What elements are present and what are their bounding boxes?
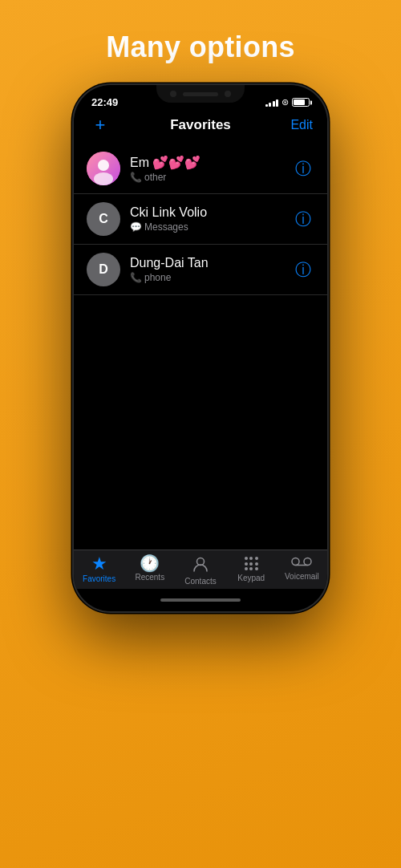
edit-button[interactable]: Edit [289,118,313,132]
tab-favorites[interactable]: ★ Favorites [74,555,124,583]
tab-voicemail-label: Voicemail [285,572,319,581]
nav-title: Favorites [170,117,231,133]
clock-icon: 🕐 [140,555,160,571]
notch-camera [170,91,176,97]
home-indicator [74,589,327,611]
phone-sub-icon: 📞 [130,172,142,183]
avatar: D [87,253,120,286]
contact-info: Cki Link Volio 💬 Messages [130,205,292,233]
keypad-icon [245,557,258,570]
contact-name: Em 💕💕💕 [130,155,292,170]
favorites-list: Em 💕💕💕 📞 other ⓘ C Cki Link Volio [74,142,327,550]
contact-sub-type: other [144,172,166,183]
svg-point-2 [94,172,113,185]
person-icon [192,555,209,575]
phone-screen: 22:49 ⊛ + Favorites Edit [74,85,327,611]
star-icon: ★ [91,555,107,573]
info-button[interactable]: ⓘ [292,157,314,180]
tab-contacts-label: Contacts [184,577,216,586]
signal-icon [265,98,279,107]
voicemail-icon [291,555,312,570]
tab-keypad[interactable]: Keypad [226,555,277,582]
status-bar: 22:49 ⊛ [74,85,327,112]
svg-point-4 [292,558,299,566]
list-item[interactable]: Em 💕💕💕 📞 other ⓘ [74,144,327,194]
phone-sub-icon: 📞 [130,272,142,283]
info-button[interactable]: ⓘ [292,208,314,230]
battery-icon [292,98,310,107]
svg-point-3 [197,558,205,566]
add-button[interactable]: + [88,115,112,136]
contact-sub: 💬 Messages [130,221,292,233]
contact-sub: 📞 phone [130,272,292,283]
svg-point-1 [98,160,109,171]
contact-info: Em 💕💕💕 📞 other [130,155,292,183]
contact-name: Cki Link Volio [130,205,292,220]
svg-point-5 [304,558,311,566]
phone-mockup: 22:49 ⊛ + Favorites Edit [72,83,329,613]
nav-bar: + Favorites Edit [74,112,327,142]
status-icons: ⊛ [265,97,310,107]
page-title: Many options [106,30,295,64]
list-item[interactable]: D Dung-Dai Tan 📞 phone ⓘ [74,245,327,295]
contact-sub: 📞 other [130,172,292,183]
contact-sub-type: phone [144,272,171,283]
avatar [87,152,120,185]
tab-recents[interactable]: 🕐 Recents [124,555,175,582]
contact-list: Em 💕💕💕 📞 other ⓘ C Cki Link Volio [74,144,327,295]
tab-voicemail[interactable]: Voicemail [277,555,327,581]
avatar-initial: D [99,262,108,277]
notch [156,85,245,103]
status-time: 22:49 [91,96,118,108]
contact-info: Dung-Dai Tan 📞 phone [130,256,292,283]
contact-sub-type: Messages [144,221,188,233]
tab-keypad-label: Keypad [237,574,265,582]
notch-sensor [225,91,231,97]
avatar: C [87,202,120,236]
notch-speaker [183,92,218,96]
home-bar [160,598,241,602]
avatar-initial: C [99,212,108,226]
tab-favorites-label: Favorites [83,574,115,583]
tab-contacts[interactable]: Contacts [175,555,225,586]
contact-name: Dung-Dai Tan [130,256,292,270]
messages-sub-icon: 💬 [130,221,142,233]
list-item[interactable]: C Cki Link Volio 💬 Messages ⓘ [74,194,327,245]
info-button[interactable]: ⓘ [292,258,314,281]
tab-recents-label: Recents [135,573,164,582]
tab-bar: ★ Favorites 🕐 Recents Contacts [74,550,327,589]
wifi-icon: ⊛ [282,97,289,107]
